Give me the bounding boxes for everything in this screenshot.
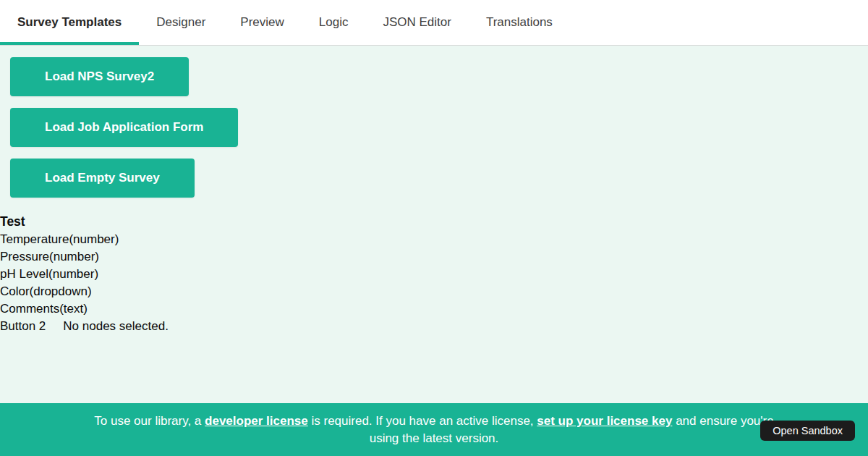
license-banner-text: To use our library, a developer license … <box>94 413 774 456</box>
tab-preview[interactable]: Preview <box>223 0 301 45</box>
field-item-temperature: Temperature(number) <box>0 231 868 248</box>
field-item-pressure: Pressure(number) <box>0 248 868 266</box>
field-item-ph-level: pH Level(number) <box>0 266 868 283</box>
survey-info: Test Temperature(number) Pressure(number… <box>0 212 868 335</box>
license-text-middle: is required. If you have an active licen… <box>308 414 537 428</box>
developer-license-link[interactable]: developer license <box>205 414 308 428</box>
license-text-before: To use our library, a <box>94 414 205 428</box>
load-nps-survey-button[interactable]: Load NPS Survey2 <box>10 57 189 96</box>
tab-translations[interactable]: Translations <box>469 0 570 45</box>
status-row: Button 2 No nodes selected. <box>0 318 868 335</box>
survey-title: Test <box>0 212 868 231</box>
button-2[interactable]: Button 2 <box>0 318 46 335</box>
main-content: Load NPS Survey2 Load Job Application Fo… <box>0 46 868 403</box>
field-item-comments: Comments(text) <box>0 300 868 318</box>
tab-designer[interactable]: Designer <box>139 0 223 45</box>
tab-json-editor[interactable]: JSON Editor <box>365 0 468 45</box>
no-nodes-status-text: No nodes selected. <box>63 318 169 335</box>
license-banner: To use our library, a developer license … <box>0 403 868 456</box>
tab-logic[interactable]: Logic <box>302 0 366 45</box>
tab-survey-templates[interactable]: Survey Templates <box>0 0 139 45</box>
tab-bar: Survey Templates Designer Preview Logic … <box>0 0 868 46</box>
open-sandbox-button[interactable]: Open Sandbox <box>760 421 855 441</box>
load-job-application-form-button[interactable]: Load Job Application Form <box>10 108 238 147</box>
setup-license-key-link[interactable]: set up your license key <box>537 414 672 428</box>
load-empty-survey-button[interactable]: Load Empty Survey <box>10 159 195 198</box>
field-item-color: Color(dropdown) <box>0 283 868 300</box>
